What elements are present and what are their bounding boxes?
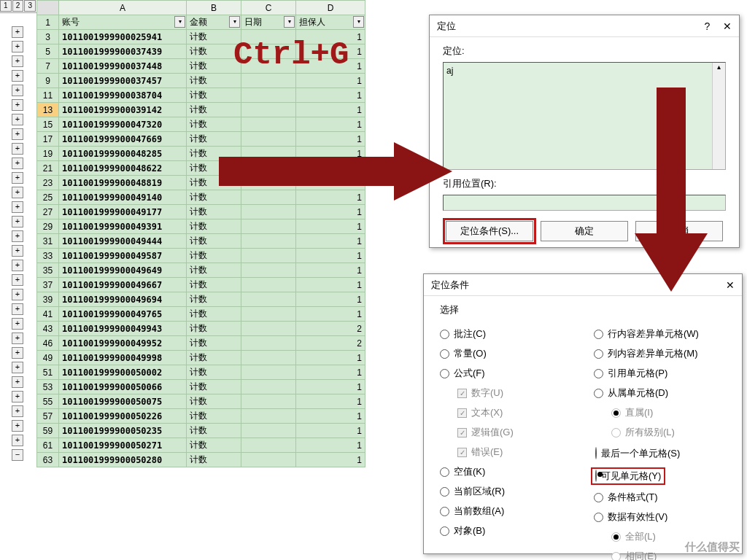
cell-count[interactable]: 计数 bbox=[187, 336, 241, 351]
opt-objects[interactable]: 对象(B) bbox=[440, 524, 572, 537]
table-row[interactable]: 53 1011001999900050066 计数 1 bbox=[37, 380, 365, 394]
cell-account[interactable]: 1011001999900049765 bbox=[59, 307, 187, 322]
header-date[interactable]: 日期▾ bbox=[241, 15, 296, 30]
cell-account[interactable]: 1011001999900048622 bbox=[59, 161, 187, 176]
cell-count[interactable]: 计数 bbox=[187, 278, 241, 292]
table-row[interactable]: 13 1011001999900039142 计数 1 bbox=[37, 103, 365, 117]
cell-count[interactable]: 计数 bbox=[187, 394, 241, 409]
row-header[interactable]: 25 bbox=[37, 190, 59, 205]
expand-icon[interactable]: + bbox=[12, 143, 23, 155]
expand-icon[interactable]: + bbox=[12, 420, 23, 432]
opt-current-array[interactable]: 当前数组(A) bbox=[440, 505, 572, 518]
opt-row-diff[interactable]: 行内容差异单元格(W) bbox=[594, 327, 726, 341]
table-row[interactable]: 51 1011001999900050002 计数 1 bbox=[37, 365, 365, 380]
table-row[interactable]: 55 1011001999900050075 计数 1 bbox=[37, 394, 365, 409]
cell-date[interactable] bbox=[241, 117, 296, 132]
cell-value[interactable]: 1 bbox=[296, 380, 365, 394]
cell-count[interactable]: 计数 bbox=[187, 380, 241, 394]
expand-icon[interactable]: + bbox=[12, 376, 23, 388]
expand-icon[interactable]: + bbox=[12, 435, 23, 446]
cell-count[interactable]: 计数 bbox=[187, 438, 241, 453]
cell-value[interactable]: 1 bbox=[296, 438, 365, 453]
opt-data-validation[interactable]: 数据有效性(V) bbox=[594, 510, 726, 524]
filter-icon[interactable]: ▾ bbox=[229, 16, 240, 28]
cell-count[interactable]: 计数 bbox=[187, 365, 241, 380]
cell-date[interactable] bbox=[241, 234, 296, 249]
row-header[interactable]: 37 bbox=[37, 278, 59, 292]
cell-date[interactable] bbox=[241, 409, 296, 424]
opt-last-cell[interactable]: 最后一个单元格(S) bbox=[594, 446, 726, 462]
row-header[interactable]: 3 bbox=[37, 30, 59, 44]
cell-count[interactable]: 计数 bbox=[187, 322, 241, 336]
cell-account[interactable]: 1011001999900050235 bbox=[59, 424, 187, 438]
cell-account[interactable]: 1011001999900037448 bbox=[59, 59, 187, 74]
opt-formulas[interactable]: 公式(F) bbox=[440, 367, 572, 380]
row-header[interactable]: 63 bbox=[37, 453, 59, 467]
cell-date[interactable] bbox=[241, 103, 296, 117]
expand-icon[interactable]: + bbox=[12, 332, 23, 344]
cell-date[interactable] bbox=[241, 394, 296, 409]
cell-account[interactable]: 1011001999900050075 bbox=[59, 394, 187, 409]
cell-value[interactable]: 1 bbox=[296, 409, 365, 424]
cell-value[interactable]: 1 bbox=[296, 292, 365, 307]
expand-icon[interactable]: + bbox=[12, 260, 23, 271]
expand-icon[interactable]: + bbox=[12, 172, 23, 184]
cell-date[interactable] bbox=[241, 278, 296, 292]
row-header[interactable]: 29 bbox=[37, 219, 59, 234]
expand-icon[interactable]: + bbox=[12, 289, 23, 300]
row-header[interactable]: 19 bbox=[37, 147, 59, 161]
filter-icon[interactable]: ▾ bbox=[174, 16, 185, 28]
cell-count[interactable]: 计数 bbox=[187, 249, 241, 263]
cell-date[interactable] bbox=[241, 307, 296, 322]
col-header-C[interactable]: C bbox=[241, 1, 296, 15]
expand-icon[interactable]: + bbox=[12, 347, 23, 359]
row-header[interactable]: 61 bbox=[37, 438, 59, 453]
cell-value[interactable]: 1 bbox=[296, 117, 365, 132]
col-header-D[interactable]: D bbox=[296, 1, 365, 15]
cell-value[interactable]: 1 bbox=[296, 88, 365, 103]
scrollbar[interactable]: ▴ bbox=[712, 63, 725, 169]
table-row[interactable]: 9 1011001999900037457 计数 1 bbox=[37, 74, 365, 88]
expand-icon[interactable]: + bbox=[12, 362, 23, 373]
table-row[interactable]: 31 1011001999900049444 计数 1 bbox=[37, 234, 365, 249]
cell-date[interactable] bbox=[241, 219, 296, 234]
expand-icon[interactable]: + bbox=[12, 114, 23, 125]
col-header-B[interactable]: B bbox=[187, 1, 241, 15]
opt-current-region[interactable]: 当前区域(R) bbox=[440, 485, 572, 498]
expand-icon[interactable]: + bbox=[12, 128, 23, 140]
cell-count[interactable]: 计数 bbox=[187, 219, 241, 234]
list-item[interactable]: aj bbox=[446, 66, 453, 76]
cell-account[interactable]: 1011001999900048285 bbox=[59, 147, 187, 161]
table-row[interactable]: 11 1011001999900038704 计数 1 bbox=[37, 88, 365, 103]
cell-date[interactable] bbox=[241, 322, 296, 336]
row-header-1[interactable]: 1 bbox=[37, 15, 59, 30]
help-icon[interactable]: ? bbox=[705, 20, 711, 32]
cell-account[interactable]: 1011001999900050002 bbox=[59, 365, 187, 380]
table-row[interactable]: 63 1011001999900050280 计数 1 bbox=[37, 453, 365, 467]
cell-value[interactable]: 2 bbox=[296, 336, 365, 351]
cell-account[interactable]: 1011001999900050066 bbox=[59, 380, 187, 394]
expand-icon[interactable]: + bbox=[12, 55, 23, 67]
cell-account[interactable]: 1011001999900049649 bbox=[59, 263, 187, 278]
expand-icon[interactable]: + bbox=[12, 230, 23, 242]
row-header[interactable]: 59 bbox=[37, 424, 59, 438]
close-icon[interactable]: ✕ bbox=[723, 20, 732, 32]
outline-level-3[interactable]: 3 bbox=[24, 0, 36, 12]
table-row[interactable]: 35 1011001999900049649 计数 1 bbox=[37, 263, 365, 278]
row-header[interactable]: 49 bbox=[37, 351, 59, 365]
cell-account[interactable]: 1011001999900049587 bbox=[59, 249, 187, 263]
table-row[interactable]: 27 1011001999900049177 计数 1 bbox=[37, 205, 365, 219]
expand-icon[interactable]: + bbox=[12, 70, 23, 82]
row-header[interactable]: 27 bbox=[37, 205, 59, 219]
cell-value[interactable]: 1 bbox=[296, 278, 365, 292]
cell-count[interactable]: 计数 bbox=[187, 292, 241, 307]
cell-value[interactable]: 1 bbox=[296, 394, 365, 409]
opt-visible-cells[interactable]: 可见单元格(Y) bbox=[594, 468, 726, 484]
table-row[interactable]: 59 1011001999900050235 计数 1 bbox=[37, 424, 365, 438]
cell-account[interactable]: 1011001999900049140 bbox=[59, 190, 187, 205]
cell-account[interactable]: 1011001999900049444 bbox=[59, 234, 187, 249]
cell-count[interactable]: 计数 bbox=[187, 263, 241, 278]
opt-col-diff[interactable]: 列内容差异单元格(M) bbox=[594, 347, 726, 360]
outline-level-1[interactable]: 1 bbox=[0, 0, 12, 12]
expand-icon[interactable]: + bbox=[12, 187, 23, 198]
